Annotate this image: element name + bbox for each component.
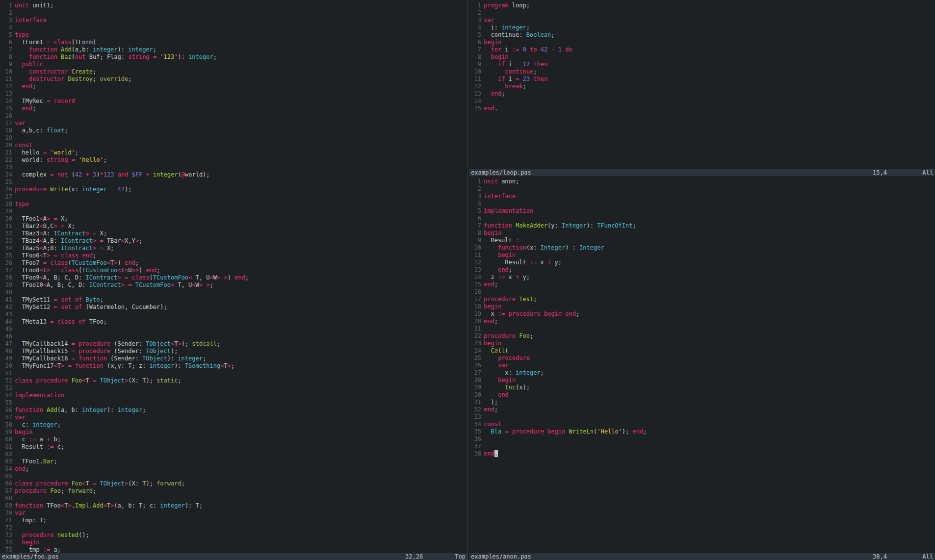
code-line[interactable]: 1unit unit1; xyxy=(0,2,468,9)
code-line[interactable]: 15end; xyxy=(469,281,935,288)
code-line[interactable]: 12 end; xyxy=(0,83,468,90)
code-line[interactable]: 41 TMySet11 = set of Byte; xyxy=(0,296,468,304)
code-line[interactable]: 16 xyxy=(0,112,468,120)
code-line[interactable]: 14 xyxy=(469,98,935,105)
code-line[interactable]: 19 x := procedure begin end; xyxy=(469,310,935,318)
code-line[interactable]: 13 end; xyxy=(469,266,935,274)
code-line[interactable]: 30 TFoo1<A> = X; xyxy=(0,215,468,223)
code-line[interactable]: 19 xyxy=(0,134,468,142)
code-line[interactable]: 28 begin xyxy=(469,377,935,384)
code-line[interactable]: 15 end; xyxy=(0,105,468,112)
code-line[interactable]: 56function Add(a, b: integer): integer; xyxy=(0,407,468,414)
code-line[interactable]: 38 TFoo9<A, B; C, D: IContract> = class(… xyxy=(0,274,468,281)
code-line[interactable]: 6 TForm1 = class(TForm) xyxy=(0,39,468,46)
code-line[interactable]: 13 xyxy=(0,90,468,98)
code-line[interactable]: 20end; xyxy=(469,318,935,325)
code-line[interactable]: 49 TMyCallback16 = function (Sender: TOb… xyxy=(0,355,468,362)
code-line[interactable]: 61 Result := c; xyxy=(0,443,468,451)
code-line[interactable]: 21 xyxy=(469,325,935,332)
code-line[interactable]: 25 xyxy=(0,178,468,186)
code-line[interactable]: 24 complex = not (42 + 3)*123 and $FF + … xyxy=(0,171,468,178)
code-line[interactable]: 70var xyxy=(0,509,468,517)
code-line[interactable]: 8begin xyxy=(469,229,935,237)
code-line[interactable]: 11 if i = 23 then xyxy=(469,76,935,83)
code-line[interactable]: 12 break; xyxy=(469,83,935,90)
code-line[interactable]: 37 TFoo8<T> = class(TCustomFoo<T<U>>) en… xyxy=(0,267,468,274)
code-line[interactable]: 15end. xyxy=(469,105,935,112)
code-line[interactable]: 59begin xyxy=(0,429,468,436)
code-line[interactable]: 9 if i = 12 then xyxy=(469,61,935,68)
code-line[interactable]: 30 end xyxy=(469,391,935,399)
code-line[interactable]: 73 procedure nested(); xyxy=(0,532,468,539)
code-line[interactable]: 23 xyxy=(0,164,468,171)
code-line[interactable]: 1program loop; xyxy=(469,2,935,9)
code-line[interactable]: 4 i: integer; xyxy=(469,24,935,31)
code-line[interactable]: 8 function Baz(out Buf; Flag: string = '… xyxy=(0,53,468,61)
code-line[interactable]: 18begin xyxy=(469,303,935,310)
code-line[interactable]: 32 TBaz3<A: IContract> = X; xyxy=(0,230,468,237)
statusline-foo[interactable]: examples/foo.pas 32,26 Top xyxy=(0,553,468,560)
code-line[interactable]: 72 xyxy=(0,524,468,532)
code-line[interactable]: 52class procedure Foo<T = TObject>(X: T)… xyxy=(0,377,468,384)
code-line[interactable]: 14 z := x + y; xyxy=(469,274,935,281)
code-line[interactable]: 74 begin xyxy=(0,539,468,546)
code-line[interactable]: 34 TBaz5<A;B: IContract> = X; xyxy=(0,245,468,252)
code-line[interactable]: 9 public xyxy=(0,61,468,68)
code-line[interactable]: 6begin xyxy=(469,39,935,46)
code-line[interactable]: 25 procedure xyxy=(469,355,935,362)
editor-pane-loop[interactable]: 1program loop;23var4 i: integer;5 contin… xyxy=(469,0,935,169)
statusline-loop[interactable]: examples/loop.pas 15,4 All xyxy=(469,169,935,176)
code-line[interactable]: 55 xyxy=(0,399,468,407)
editor-pane-anon[interactable]: 1unit anon;23interface45implementation67… xyxy=(469,176,935,553)
code-line[interactable]: 9 Result := xyxy=(469,237,935,244)
code-line[interactable]: 10 constructor Create; xyxy=(0,68,468,76)
code-line[interactable]: 50 TMyFunc17<T> = function (x,y: T; z: i… xyxy=(0,362,468,370)
code-line[interactable]: 2 xyxy=(469,9,935,17)
code-line[interactable]: 48 TMyCallback15 = procedure (Sender: TO… xyxy=(0,348,468,355)
code-line[interactable]: 44 TMeta13 = class of TFoo; xyxy=(0,318,468,326)
code-line[interactable]: 5implementation xyxy=(469,207,935,215)
code-line[interactable]: 39 TFoo10<A, B; C, D: IContract> = TCust… xyxy=(0,281,468,289)
code-line[interactable]: 71 tmp: T; xyxy=(0,517,468,524)
code-line[interactable]: 29 xyxy=(0,208,468,215)
statusline-anon[interactable]: examples/anon.pas 38,4 All xyxy=(469,553,935,560)
code-line[interactable]: 26procedure Write(x: integer = 42); xyxy=(0,186,468,193)
code-line[interactable]: 5type xyxy=(0,31,468,39)
code-line[interactable]: 3interface xyxy=(0,17,468,24)
code-line[interactable]: 7 for i := 0 to 42 - 1 do xyxy=(469,46,935,53)
code-line[interactable]: 17procedure Test; xyxy=(469,296,935,303)
code-line[interactable]: 63 TFoo1.Bar; xyxy=(0,458,468,465)
code-line[interactable]: 26 var xyxy=(469,362,935,369)
code-line[interactable]: 35 TFoo6<T> = class end; xyxy=(0,252,468,259)
code-line[interactable]: 60 c := a + b; xyxy=(0,436,468,443)
code-line[interactable]: 31 ); xyxy=(469,399,935,406)
code-line[interactable]: 51 xyxy=(0,370,468,377)
code-line[interactable]: 67procedure Foo; forward; xyxy=(0,487,468,495)
code-line[interactable]: 24 Call( xyxy=(469,347,935,355)
code-line[interactable]: 33 xyxy=(469,413,935,421)
code-line[interactable]: 10 function(x: Integer) : Integer xyxy=(469,244,935,252)
code-line[interactable]: 3interface xyxy=(469,193,935,200)
code-line[interactable]: 29 Inc(x); xyxy=(469,384,935,391)
code-line[interactable]: 58 c: integer; xyxy=(0,421,468,429)
code-line[interactable]: 45 xyxy=(0,326,468,333)
code-line[interactable]: 33 TBaz4<A,B: IContract> = TBar<X,Y>; xyxy=(0,237,468,245)
code-line[interactable]: 14 TMyRec = record xyxy=(0,98,468,105)
code-line[interactable]: 4 xyxy=(0,24,468,31)
code-line[interactable]: 68 xyxy=(0,495,468,502)
code-line[interactable]: 8 begin xyxy=(469,53,935,61)
code-line[interactable]: 21 hello = 'world'; xyxy=(0,149,468,156)
code-line[interactable]: 16 xyxy=(469,288,935,296)
code-line[interactable]: 20const xyxy=(0,142,468,149)
code-line[interactable]: 28type xyxy=(0,201,468,208)
code-line[interactable]: 57var xyxy=(0,414,468,421)
code-line[interactable]: 23begin xyxy=(469,340,935,347)
code-line[interactable]: 53 xyxy=(0,384,468,392)
code-line[interactable]: 43 xyxy=(0,311,468,318)
code-line[interactable]: 22procedure Foo; xyxy=(469,332,935,340)
code-line[interactable]: 34const xyxy=(469,421,935,428)
code-line[interactable]: 17var xyxy=(0,120,468,127)
code-line[interactable]: 36 TFoo7 = class(TCustomFoo<T>) end; xyxy=(0,259,468,267)
code-line[interactable]: 40 xyxy=(0,289,468,296)
code-line[interactable]: 3var xyxy=(469,17,935,24)
